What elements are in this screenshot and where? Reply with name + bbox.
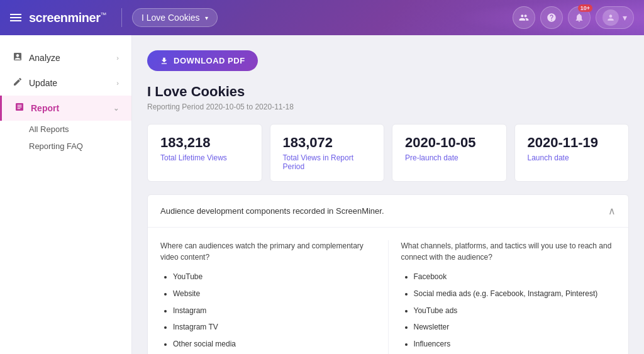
stat-prelaunch-date: 2020-10-05 Pre-launch date bbox=[392, 124, 507, 182]
page-title: I Love Cookies bbox=[147, 84, 629, 100]
update-arrow: › bbox=[116, 79, 119, 87]
audience-col-2: What channels, platforms, and tactics wi… bbox=[401, 240, 616, 354]
stat-launch-date-label: Launch date bbox=[528, 153, 616, 162]
audience-question-1: Where can audiences watch the primary an… bbox=[160, 240, 375, 263]
download-btn-label: DOWNLOAD PDF bbox=[174, 56, 245, 65]
list-item: Social media ads (e.g. Facebook, Instagr… bbox=[414, 289, 616, 299]
help-icon bbox=[547, 13, 557, 23]
stat-report-views-label: Total Views in Report Period bbox=[283, 153, 372, 171]
stat-report-views: 183,072 Total Views in Report Period bbox=[270, 124, 385, 182]
list-item: Influencers bbox=[414, 339, 616, 350]
audience-section-header: Audience development components recorded… bbox=[148, 195, 628, 228]
stat-prelaunch-date-value: 2020-10-05 bbox=[405, 135, 494, 151]
download-pdf-button[interactable]: DOWNLOAD PDF bbox=[147, 50, 258, 71]
update-icon bbox=[13, 77, 23, 89]
list-item: Facebook bbox=[414, 272, 616, 282]
sidebar-item-reporting-faq[interactable]: Reporting FAQ bbox=[29, 138, 131, 155]
audience-col-1: Where can audiences watch the primary an… bbox=[160, 240, 375, 354]
analyze-arrow: › bbox=[116, 54, 119, 62]
stats-row: 183,218 Total Lifetime Views 183,072 Tot… bbox=[147, 124, 629, 182]
list-item: Instagram TV bbox=[173, 322, 375, 333]
header-right-actions: 10+ ▾ bbox=[513, 6, 634, 29]
analyze-icon bbox=[13, 52, 23, 64]
reporting-period: Reporting Period 2020-10-05 to 2020-11-1… bbox=[147, 102, 629, 111]
hamburger-menu[interactable] bbox=[10, 14, 21, 21]
avatar-icon bbox=[606, 13, 615, 22]
audience-section-body: Where can audiences watch the primary an… bbox=[148, 228, 628, 354]
sidebar-item-update-label: Update bbox=[29, 78, 110, 88]
audience-section-title: Audience development components recorded… bbox=[160, 206, 384, 216]
stat-launch-date-value: 2020-11-19 bbox=[528, 135, 616, 151]
audience-question-2: What channels, platforms, and tactics wi… bbox=[401, 240, 616, 263]
stat-launch-date: 2020-11-19 Launch date bbox=[514, 124, 630, 182]
stat-lifetime-views: 183,218 Total Lifetime Views bbox=[147, 124, 262, 182]
download-icon bbox=[160, 57, 169, 65]
list-item: Other social media bbox=[173, 339, 375, 350]
report-icon bbox=[14, 102, 25, 114]
notification-count: 10+ bbox=[578, 4, 592, 12]
help-icon-button[interactable] bbox=[540, 6, 563, 29]
sidebar-item-report[interactable]: Report ⌄ bbox=[0, 96, 131, 121]
list-item: Instagram bbox=[173, 306, 375, 316]
user-avatar bbox=[602, 9, 619, 26]
app-header: screenminer™ I Love Cookies ▾ 10+ bbox=[0, 0, 644, 35]
list-item: Newsletter bbox=[414, 322, 616, 333]
header-divider bbox=[121, 8, 122, 27]
sidebar-item-all-reports[interactable]: All Reports bbox=[29, 121, 131, 138]
sidebar: Analyze › Update › Report ⌄ All Reports … bbox=[0, 35, 132, 354]
project-name: I Love Cookies bbox=[142, 13, 200, 23]
project-selector[interactable]: I Love Cookies ▾ bbox=[132, 8, 218, 27]
users-icon bbox=[519, 13, 529, 23]
audience-list-1: YouTube Website Instagram Instagram TV O… bbox=[160, 272, 375, 354]
main-content: DOWNLOAD PDF I Love Cookies Reporting Pe… bbox=[132, 35, 644, 354]
app-logo: screenminer™ bbox=[29, 11, 106, 25]
stat-report-views-value: 183,072 bbox=[283, 135, 372, 151]
list-item: YouTube ads bbox=[414, 306, 616, 316]
audience-list-2: Facebook Social media ads (e.g. Facebook… bbox=[401, 272, 616, 354]
notifications-button[interactable]: 10+ bbox=[568, 6, 591, 29]
body-wrap: Analyze › Update › Report ⌄ All Reports … bbox=[0, 35, 644, 354]
project-dropdown-arrow: ▾ bbox=[205, 14, 208, 21]
sidebar-item-report-label: Report bbox=[31, 103, 107, 113]
list-item: Website bbox=[173, 289, 375, 299]
sidebar-item-analyze[interactable]: Analyze › bbox=[0, 45, 131, 70]
audience-section: Audience development components recorded… bbox=[147, 194, 629, 354]
list-item: YouTube bbox=[173, 272, 375, 282]
report-arrow: ⌄ bbox=[113, 104, 119, 113]
col-divider bbox=[388, 240, 389, 354]
stat-lifetime-views-value: 183,218 bbox=[160, 135, 249, 151]
user-menu-button[interactable]: ▾ bbox=[596, 6, 634, 29]
sidebar-item-update[interactable]: Update › bbox=[0, 70, 131, 96]
users-icon-button[interactable] bbox=[513, 6, 535, 29]
collapse-icon[interactable]: ∧ bbox=[608, 205, 616, 217]
sidebar-item-analyze-label: Analyze bbox=[29, 53, 110, 63]
stat-lifetime-views-label: Total Lifetime Views bbox=[160, 153, 249, 162]
stat-prelaunch-date-label: Pre-launch date bbox=[405, 153, 494, 162]
sidebar-report-submenu: All Reports Reporting FAQ bbox=[0, 121, 131, 155]
user-dropdown-arrow: ▾ bbox=[623, 13, 627, 23]
bell-icon bbox=[574, 13, 584, 23]
